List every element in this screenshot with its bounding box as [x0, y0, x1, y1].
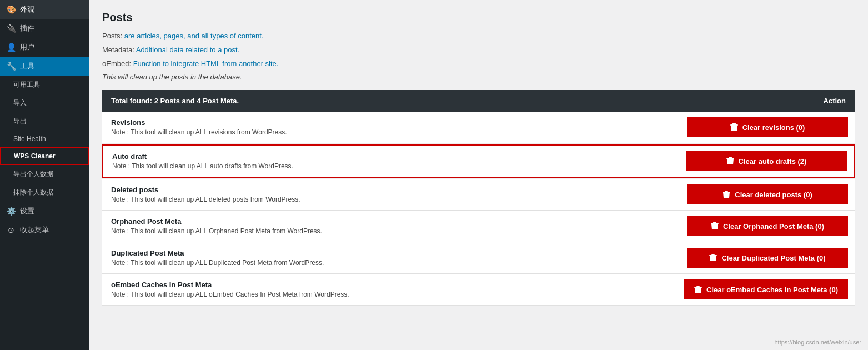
sidebar-item-available-tools[interactable]: 可用工具 [0, 76, 89, 94]
svg-rect-6 [711, 223, 719, 224]
table-row: Revisions Note : This tool will clean up… [102, 112, 855, 143]
sidebar-item-users[interactable]: 👤 用户 [0, 38, 89, 57]
row-content: Deleted posts Note : This tool will clea… [102, 179, 680, 210]
svg-rect-7 [713, 222, 716, 223]
trash-icon [694, 285, 702, 294]
rows-container: Revisions Note : This tool will clean up… [102, 112, 855, 306]
svg-rect-9 [711, 254, 715, 255]
posts-label: Posts: [102, 32, 124, 40]
svg-rect-11 [696, 286, 700, 287]
sidebar-item-site-health[interactable]: Site Health [0, 131, 89, 147]
sidebar-item-export-personal[interactable]: 导出个人数据 [0, 165, 89, 183]
table-row: Auto draft Note : This tool will clean u… [102, 144, 855, 178]
description-line-2: Metadata: Additional data related to a p… [102, 44, 855, 56]
sidebar-item-label: 抹除个人数据 [13, 188, 53, 197]
sidebar-item-collapse[interactable]: ⊙ 收起菜单 [0, 221, 89, 239]
collapse-icon: ⊙ [7, 226, 16, 234]
sidebar-item-label: 导出 [13, 117, 27, 126]
trash-icon [709, 253, 717, 262]
sidebar-item-tools[interactable]: 🔧 工具 [0, 57, 89, 76]
sidebar-item-label: 外观 [20, 4, 34, 14]
trash-icon [726, 157, 734, 166]
row-content: Duplicated Post Meta Note : This tool wi… [102, 242, 680, 273]
clear-button-orphaned-post-meta[interactable]: Clear Orphaned Post Meta (0) [687, 216, 848, 236]
table-row: Duplicated Post Meta Note : This tool wi… [102, 242, 855, 274]
metadata-label: Metadata: [102, 46, 136, 54]
row-action: Clear deleted posts (0) [680, 180, 855, 209]
row-note: Note : This tool will clean up ALL oEmbe… [111, 291, 669, 298]
row-title: Deleted posts [111, 186, 671, 194]
row-content: Orphaned Post Meta Note : This tool will… [102, 211, 680, 242]
sidebar-item-label: WPS Cleaner [14, 152, 56, 160]
sidebar-item-import[interactable]: 导入 [0, 94, 89, 112]
row-action: Clear revisions (0) [680, 113, 855, 142]
posts-link[interactable]: are articles, pages, and all types of co… [124, 32, 264, 40]
row-title: Revisions [111, 118, 671, 127]
row-note: Note : This tool will clean up ALL auto … [112, 162, 670, 170]
row-note: Note : This tool will clean up ALL Dupli… [111, 259, 671, 267]
row-title: Duplicated Post Meta [111, 249, 671, 257]
clear-button-revisions[interactable]: Clear revisions (0) [687, 117, 848, 137]
svg-rect-4 [723, 192, 730, 193]
clear-button-oembed-caches[interactable]: Clear oEmbed Caches In Post Meta (0) [684, 279, 848, 299]
sidebar-item-delete-personal[interactable]: 抹除个人数据 [0, 183, 89, 202]
clear-button-deleted-posts[interactable]: Clear deleted posts (0) [687, 184, 848, 204]
appearance-icon: 🎨 [7, 5, 16, 14]
sidebar-item-label: Site Health [13, 135, 46, 143]
row-action: Clear auto drafts (2) [679, 147, 854, 176]
description-line-3: oEmbed: Function to integrate HTML from … [102, 58, 855, 70]
row-content: oEmbed Caches In Post Meta Note : This t… [102, 274, 678, 305]
footer-url: https://blog.csdn.net/weixin/user [774, 339, 861, 346]
sidebar: 🎨 外观 🔌 插件 👤 用户 🔧 工具 可用工具 导入 导出 Site Heal… [0, 0, 89, 350]
settings-icon: ⚙️ [7, 207, 16, 216]
table-header-action: Action [824, 97, 846, 105]
trash-icon [711, 222, 719, 231]
table-row: oEmbed Caches In Post Meta Note : This t… [102, 274, 855, 306]
sidebar-item-label: 设置 [20, 206, 34, 216]
tools-icon: 🔧 [7, 62, 16, 71]
sidebar-item-label: 工具 [20, 61, 34, 71]
trash-icon [723, 190, 730, 199]
table-header-total: Total found: 2 Posts and 4 Post Meta. [111, 97, 239, 105]
sidebar-item-appearance[interactable]: 🎨 外观 [0, 0, 89, 19]
row-note: Note : This tool will clean up ALL delet… [111, 196, 671, 203]
sidebar-item-settings[interactable]: ⚙️ 设置 [0, 202, 89, 221]
clear-button-auto-draft[interactable]: Clear auto drafts (2) [686, 151, 847, 171]
row-note: Note : This tool will clean up ALL Orpha… [111, 227, 671, 235]
row-content: Auto draft Note : This tool will clean u… [103, 146, 679, 177]
svg-rect-2 [726, 158, 734, 159]
description-line-1: Posts: are articles, pages, and all type… [102, 31, 855, 42]
row-action: Clear Orphaned Post Meta (0) [680, 212, 855, 241]
sidebar-item-label: 收起菜单 [20, 225, 49, 235]
row-action: Clear oEmbed Caches In Post Meta (0) [678, 275, 855, 304]
sidebar-item-label: 导出个人数据 [13, 169, 53, 179]
sidebar-item-plugins[interactable]: 🔌 插件 [0, 19, 89, 38]
sidebar-item-label: 可用工具 [13, 80, 40, 89]
row-note: Note : This tool will clean up ALL revis… [111, 128, 671, 136]
row-content: Revisions Note : This tool will clean up… [102, 112, 680, 143]
sidebar-item-label: 导入 [13, 98, 27, 108]
oembed-label: oEmbed: [102, 59, 133, 68]
sidebar-item-label: 插件 [20, 23, 34, 33]
svg-rect-1 [732, 123, 736, 124]
main-content: Posts Posts: are articles, pages, and al… [89, 0, 868, 350]
table-row: Deleted posts Note : This tool will clea… [102, 179, 855, 211]
metadata-link[interactable]: Additional data related to a post. [136, 46, 239, 54]
row-title: Orphaned Post Meta [111, 217, 671, 226]
row-action: Clear Duplicated Post Meta (0) [680, 243, 855, 272]
svg-rect-0 [730, 124, 738, 126]
table-row: Orphaned Post Meta Note : This tool will… [102, 211, 855, 242]
svg-rect-3 [729, 157, 732, 158]
trash-icon [730, 123, 738, 132]
svg-rect-5 [725, 191, 728, 192]
clear-button-duplicated-post-meta[interactable]: Clear Duplicated Post Meta (0) [687, 248, 848, 268]
plugin-icon: 🔌 [7, 24, 16, 33]
sidebar-item-wps-cleaner[interactable]: WPS Cleaner [0, 147, 89, 165]
svg-rect-10 [694, 287, 702, 288]
page-title: Posts [102, 11, 855, 24]
row-title: oEmbed Caches In Post Meta [111, 281, 669, 289]
sidebar-item-export[interactable]: 导出 [0, 112, 89, 131]
user-icon: 👤 [7, 43, 16, 52]
oembed-link[interactable]: Function to integrate HTML from another … [133, 59, 279, 68]
table-header: Total found: 2 Posts and 4 Post Meta. Ac… [102, 90, 855, 112]
